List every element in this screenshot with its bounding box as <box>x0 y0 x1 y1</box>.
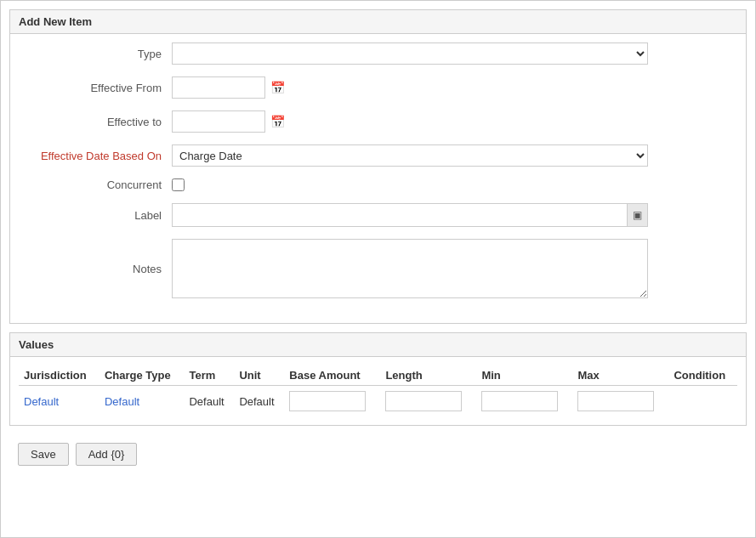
label-helper-icon[interactable]: ▣ <box>627 204 647 226</box>
max-input[interactable] <box>577 391 654 411</box>
notes-textarea[interactable] <box>172 239 648 298</box>
row-term: Default <box>184 386 234 417</box>
row-max <box>572 386 668 417</box>
effective-to-label: Effective to <box>27 116 172 128</box>
row-min <box>476 386 572 417</box>
concurrent-label: Concurrent <box>27 178 172 191</box>
notes-row: Notes <box>27 239 729 298</box>
effective-from-row: Effective From 📅 <box>27 76 729 99</box>
row-unit: Default <box>234 386 284 417</box>
add-new-item-section: Add New Item Type Effective From 📅 Effec… <box>9 9 747 324</box>
col-base-amount: Base Amount <box>284 365 380 386</box>
concurrent-row: Concurrent <box>27 178 729 191</box>
values-section: Values Jurisdiction Charge Type Term Uni… <box>9 332 747 426</box>
row-length <box>380 386 476 417</box>
col-jurisdiction: Jurisdiction <box>19 365 99 386</box>
length-input[interactable] <box>385 391 462 411</box>
col-term: Term <box>184 365 234 386</box>
label-input-wrap: ▣ <box>172 203 648 227</box>
label-input[interactable] <box>173 204 627 226</box>
concurrent-checkbox[interactable] <box>172 178 185 191</box>
row-base-amount <box>284 386 380 417</box>
values-title: Values <box>10 333 746 357</box>
row-jurisdiction: Default <box>19 386 99 417</box>
col-unit: Unit <box>234 365 284 386</box>
effective-date-based-on-label: Effective Date Based On <box>27 150 172 162</box>
label-label: Label <box>27 209 172 222</box>
values-header-row: Jurisdiction Charge Type Term Unit Base … <box>19 365 737 386</box>
type-row: Type <box>27 42 729 65</box>
col-length: Length <box>380 365 476 386</box>
effective-to-calendar-icon[interactable]: 📅 <box>270 115 285 128</box>
label-row: Label ▣ <box>27 203 729 227</box>
row-charge-type: Default <box>99 386 184 417</box>
effective-to-row: Effective to 📅 <box>27 110 729 133</box>
footer-buttons: Save Add {0} <box>1 434 755 479</box>
values-table: Jurisdiction Charge Type Term Unit Base … <box>19 365 737 416</box>
effective-from-calendar-icon[interactable]: 📅 <box>270 81 285 94</box>
save-button[interactable]: Save <box>18 443 69 466</box>
col-condition: Condition <box>668 365 737 386</box>
effective-date-based-on-row: Effective Date Based On Charge Date <box>27 144 729 167</box>
col-max: Max <box>572 365 668 386</box>
type-select[interactable] <box>172 42 648 65</box>
type-label: Type <box>27 48 172 60</box>
effective-date-based-on-select[interactable]: Charge Date <box>172 144 648 167</box>
add-button[interactable]: Add {0} <box>76 443 138 466</box>
col-min: Min <box>476 365 572 386</box>
base-amount-input[interactable] <box>289 391 366 411</box>
min-input[interactable] <box>481 391 558 411</box>
row-condition <box>668 386 737 417</box>
notes-label: Notes <box>27 263 172 275</box>
col-charge-type: Charge Type <box>99 365 184 386</box>
table-row: Default Default Default Default <box>19 386 737 417</box>
add-new-item-title: Add New Item <box>10 10 746 34</box>
effective-from-label: Effective From <box>27 82 172 94</box>
effective-to-input[interactable] <box>172 110 265 133</box>
effective-from-input[interactable] <box>172 76 265 99</box>
